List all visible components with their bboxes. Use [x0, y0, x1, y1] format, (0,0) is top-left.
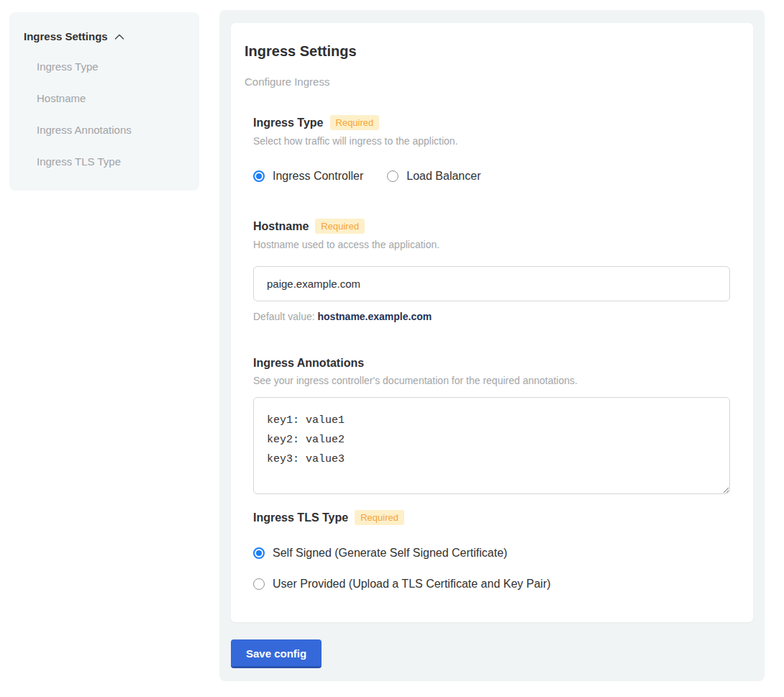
default-value-label: Default value: — [253, 311, 318, 322]
radio-selected-icon[interactable] — [253, 170, 265, 182]
ingress-tls-options: Self Signed (Generate Self Signed Certif… — [253, 547, 739, 591]
ingress-type-options: Ingress Controller Load Balancer — [253, 170, 739, 183]
group-hostname: Hostname Required Hostname used to acces… — [253, 219, 739, 322]
radio-unselected-icon[interactable] — [387, 170, 398, 182]
radio-load-balancer[interactable]: Load Balancer — [387, 170, 480, 183]
ingress-type-label: Ingress Type — [253, 117, 324, 129]
sidebar-item-ingress-type[interactable]: Ingress Type — [37, 60, 185, 73]
ingress-annotations-textarea[interactable]: key1: value1 key2: value2 key3: value3 — [253, 397, 730, 494]
required-badge: Required — [315, 219, 365, 234]
radio-selected-icon[interactable] — [253, 547, 265, 559]
radio-self-signed-label: Self Signed (Generate Self Signed Certif… — [273, 547, 507, 560]
sidebar-item-list: Ingress Type Hostname Ingress Annotation… — [37, 60, 185, 168]
sidebar-item-ingress-annotations[interactable]: Ingress Annotations — [37, 124, 185, 136]
config-nav-sidebar: Ingress Settings Ingress Type Hostname I… — [9, 12, 199, 191]
sidebar-group-title: Ingress Settings — [24, 30, 108, 42]
sidebar-item-ingress-tls-type[interactable]: Ingress TLS Type — [37, 155, 185, 168]
radio-ingress-controller[interactable]: Ingress Controller — [253, 170, 363, 183]
radio-user-provided-label: User Provided (Upload a TLS Certificate … — [273, 578, 551, 591]
radio-unselected-icon[interactable] — [253, 578, 265, 590]
page-subtitle: Configure Ingress — [245, 76, 739, 88]
radio-load-balancer-label: Load Balancer — [406, 170, 480, 183]
ingress-tls-type-label: Ingress TLS Type — [253, 511, 348, 524]
group-ingress-type: Ingress Type Required Select how traffic… — [253, 115, 739, 183]
sidebar-item-hostname[interactable]: Hostname — [37, 92, 185, 104]
hostname-input[interactable] — [253, 266, 730, 301]
hostname-default-line: Default value: hostname.example.com — [253, 311, 739, 322]
ingress-type-help: Select how traffic will ingress to the a… — [253, 135, 739, 147]
config-panel: Ingress Settings Configure Ingress Ingre… — [219, 10, 765, 681]
ingress-annotations-help: See your ingress controller's documentat… — [253, 375, 739, 386]
default-value-text: hostname.example.com — [318, 311, 432, 322]
radio-self-signed[interactable]: Self Signed (Generate Self Signed Certif… — [253, 547, 739, 560]
group-ingress-annotations: Ingress Annotations See your ingress con… — [253, 357, 739, 494]
chevron-up-icon — [114, 34, 124, 40]
ingress-annotations-label: Ingress Annotations — [253, 357, 364, 370]
required-badge: Required — [330, 115, 380, 130]
save-config-button[interactable]: Save config — [231, 639, 322, 668]
radio-user-provided[interactable]: User Provided (Upload a TLS Certificate … — [253, 578, 739, 591]
group-ingress-tls-type: Ingress TLS Type Required Self Signed (G… — [253, 510, 739, 591]
config-card: Ingress Settings Configure Ingress Ingre… — [231, 23, 753, 622]
hostname-label: Hostname — [253, 220, 309, 233]
page-title: Ingress Settings — [245, 43, 739, 60]
sidebar-group-toggle[interactable]: Ingress Settings — [24, 30, 185, 42]
required-badge: Required — [355, 510, 404, 525]
radio-ingress-controller-label: Ingress Controller — [273, 170, 363, 183]
hostname-help: Hostname used to access the application. — [253, 239, 739, 250]
